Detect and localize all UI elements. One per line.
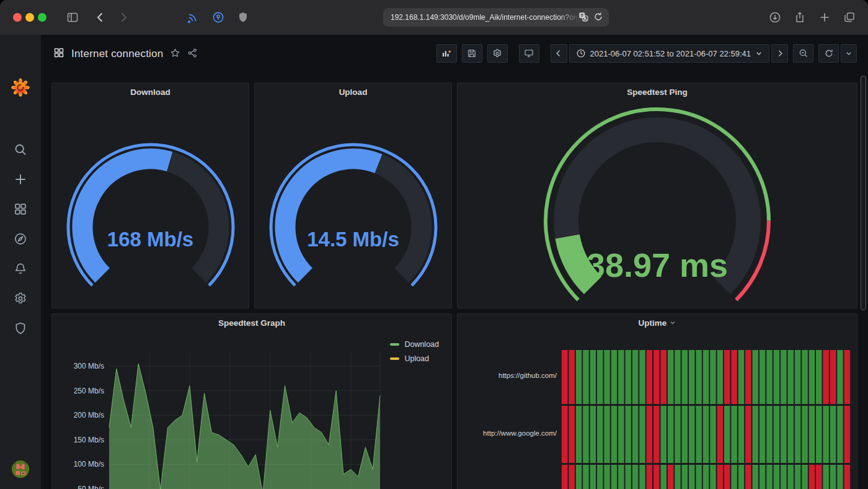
uptime-cell xyxy=(583,350,589,404)
uptime-cell xyxy=(668,406,674,463)
uptime-cell xyxy=(823,406,829,463)
uptime-cell xyxy=(696,465,702,489)
uptime-cell xyxy=(738,465,745,489)
uptime-cell xyxy=(626,350,632,404)
configuration-gear-icon[interactable] xyxy=(0,286,41,311)
window-close-button[interactable] xyxy=(13,13,22,22)
uptime-cell xyxy=(639,406,645,463)
user-avatar[interactable] xyxy=(0,457,41,482)
uptime-cell xyxy=(562,465,568,489)
uptime-cell xyxy=(760,465,766,489)
uptime-cell xyxy=(611,350,618,404)
uptime-cell xyxy=(781,406,787,463)
dashboard-title[interactable]: Internet connection xyxy=(71,48,163,60)
alerting-bell-icon[interactable] xyxy=(0,256,41,281)
uptime-cell xyxy=(632,406,639,463)
ping-gauge-value: 38.97 ms xyxy=(458,246,857,284)
onepassword-extension-icon[interactable] xyxy=(210,9,227,26)
server-admin-shield-icon[interactable] xyxy=(0,316,41,341)
uptime-cell xyxy=(724,350,730,404)
window-minimize-button[interactable] xyxy=(25,13,34,22)
uptime-row-label-github: https://github.com/ xyxy=(458,372,557,379)
uptime-cell xyxy=(760,350,766,404)
dashboards-icon[interactable] xyxy=(0,197,41,222)
content-blocker-shield-icon[interactable] xyxy=(234,9,252,26)
downloads-icon[interactable] xyxy=(766,9,784,26)
translate-icon[interactable] xyxy=(578,11,589,24)
address-bar[interactable]: 192.168.1.149:3030/d/o9mle_Aik/internet-… xyxy=(383,8,609,27)
uptime-cell xyxy=(830,406,836,463)
time-range-forward-button[interactable] xyxy=(771,44,788,63)
dashboard-settings-button[interactable] xyxy=(487,44,508,63)
uptime-cell xyxy=(830,350,836,404)
share-dashboard-icon[interactable] xyxy=(187,48,198,61)
uptime-cell xyxy=(590,350,596,404)
time-range-back-button[interactable] xyxy=(551,44,567,63)
panel-speedtest-ping: Speedtest Ping 38.97 ms xyxy=(457,83,857,308)
grafana-logo[interactable] xyxy=(0,75,41,100)
uptime-cell xyxy=(611,406,618,463)
graph-legend: Download Upload xyxy=(390,340,439,363)
uptime-cell xyxy=(647,465,653,489)
browser-window: 192.168.1.149:3030/d/o9mle_Aik/internet-… xyxy=(0,0,868,489)
create-icon[interactable] xyxy=(0,167,41,192)
uptime-cell xyxy=(844,350,851,404)
search-icon[interactable] xyxy=(0,137,41,162)
uptime-cell xyxy=(781,350,787,404)
uptime-cell xyxy=(590,406,596,463)
explore-icon[interactable] xyxy=(0,227,41,251)
window-zoom-button[interactable] xyxy=(38,13,46,22)
uptime-cell xyxy=(682,465,688,489)
legend-item-download[interactable]: Download xyxy=(390,340,439,349)
uptime-cell xyxy=(689,465,695,489)
uptime-cell xyxy=(703,465,709,489)
uptime-cell xyxy=(809,350,815,404)
help-icon[interactable] xyxy=(0,485,41,489)
uptime-cell xyxy=(795,465,801,489)
star-icon[interactable] xyxy=(170,48,180,61)
uptime-cell xyxy=(788,406,794,463)
sidebar-toggle-icon[interactable] xyxy=(64,9,81,26)
uptime-cell xyxy=(837,406,843,463)
nav-sidebar xyxy=(0,35,41,489)
back-icon[interactable] xyxy=(92,9,109,26)
uptime-heatmap xyxy=(458,314,857,489)
url-text: 192.168.1.149:3030/d/o9mle_Aik/internet-… xyxy=(391,13,582,22)
share-icon[interactable] xyxy=(791,9,808,26)
add-panel-button[interactable] xyxy=(436,44,457,63)
dashboard-toolbar: 2021-06-07 02:51:52 to 2021-06-07 22:59:… xyxy=(436,44,857,63)
panel-title-upload[interactable]: Upload xyxy=(255,87,451,97)
uptime-cell xyxy=(788,465,794,489)
panel-title-ping[interactable]: Speedtest Ping xyxy=(458,87,857,97)
uptime-cell xyxy=(682,350,688,404)
page-scrollbar[interactable] xyxy=(861,76,866,310)
cycle-view-mode-button[interactable] xyxy=(519,44,539,63)
uptime-cell xyxy=(774,350,780,404)
time-range-picker[interactable]: 2021-06-07 02:51:52 to 2021-06-07 22:59:… xyxy=(569,44,770,63)
panel-download: Download 168 Mb/s xyxy=(51,83,249,308)
refresh-button[interactable] xyxy=(818,44,839,63)
uptime-cell xyxy=(753,406,759,463)
uptime-cell xyxy=(738,406,745,463)
save-dashboard-button[interactable] xyxy=(462,44,482,63)
rss-extension-icon[interactable] xyxy=(184,9,202,26)
uptime-cell xyxy=(597,406,603,463)
zoom-out-button[interactable] xyxy=(793,44,813,63)
uptime-cell xyxy=(661,406,667,463)
new-tab-icon[interactable] xyxy=(816,9,833,26)
legend-item-upload[interactable]: Upload xyxy=(390,354,439,363)
y-axis-tick: 100 Mb/s xyxy=(74,460,104,469)
uptime-cell xyxy=(738,350,745,404)
forward-icon[interactable] xyxy=(115,9,132,26)
uptime-cell xyxy=(626,406,632,463)
upload-series-swatch xyxy=(390,357,399,360)
reload-icon[interactable] xyxy=(593,11,604,24)
uptime-cell xyxy=(576,350,582,404)
uptime-cell xyxy=(844,406,851,463)
panel-title-download[interactable]: Download xyxy=(52,87,249,97)
dashboard-grid-icon[interactable] xyxy=(53,47,64,61)
refresh-interval-dropdown[interactable] xyxy=(841,44,857,63)
grafana-app: Internet connection xyxy=(0,35,868,489)
breadcrumb: Internet connection xyxy=(53,44,198,64)
tab-overview-icon[interactable] xyxy=(841,9,858,26)
